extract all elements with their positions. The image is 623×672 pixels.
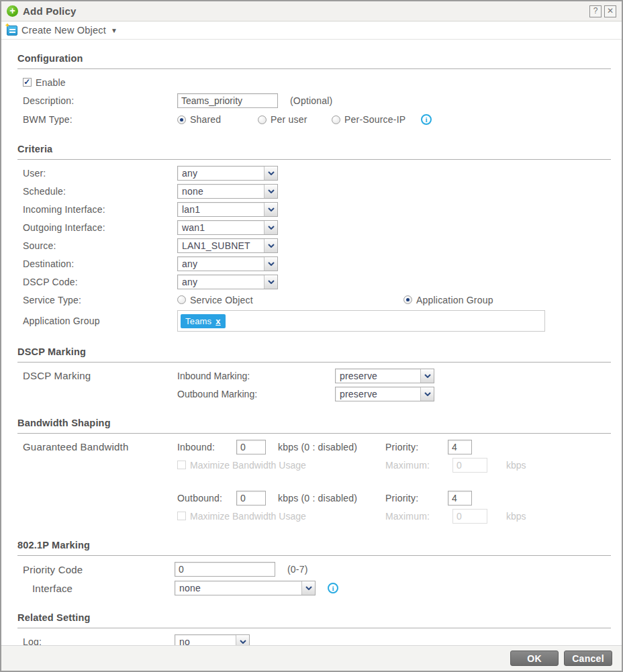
dialog-title: Add Policy bbox=[23, 5, 77, 17]
schedule-label: Schedule: bbox=[23, 186, 177, 197]
chevron-down-icon bbox=[264, 166, 277, 180]
chevron-down-icon bbox=[264, 221, 277, 234]
application-group-box[interactable]: Teams x bbox=[177, 310, 545, 332]
application-group-radio[interactable] bbox=[403, 295, 412, 304]
description-label: Description: bbox=[23, 95, 177, 106]
dialog-footer: OK Cancel bbox=[1, 645, 622, 671]
enable-label: Enable bbox=[36, 77, 66, 88]
schedule-dropdown[interactable]: none bbox=[177, 184, 278, 199]
dscp-code-label: DSCP Code: bbox=[23, 277, 177, 287]
outgoing-interface-label: Outgoing Interface: bbox=[23, 222, 177, 233]
dialog-body: Configuration ✓ Enable Description: (Opt… bbox=[1, 40, 622, 645]
incoming-interface-dropdown[interactable]: lan1 bbox=[177, 202, 278, 217]
dscp-marking-heading: DSCP Marking bbox=[17, 341, 611, 363]
chevron-down-icon bbox=[301, 581, 315, 595]
inbound-maximize-checkbox bbox=[177, 461, 186, 469]
source-dropdown[interactable]: LAN1_SUBNET bbox=[177, 238, 278, 253]
outbound-priority-input[interactable] bbox=[448, 491, 472, 506]
inbound-maximum-unit: kbps bbox=[506, 460, 526, 471]
optional-label: (Optional) bbox=[290, 95, 332, 106]
cancel-button[interactable]: Cancel bbox=[564, 651, 612, 666]
interface-row: Interface none i bbox=[23, 579, 611, 597]
create-new-object-label: Create New Object bbox=[21, 25, 106, 36]
chevron-down-icon bbox=[264, 185, 277, 198]
inbound-priority-label: Priority: bbox=[385, 442, 448, 452]
schedule-row: Schedule: none bbox=[23, 182, 611, 200]
dscp-code-dropdown[interactable]: any bbox=[177, 275, 278, 289]
new-object-icon bbox=[7, 26, 17, 36]
tag-close-icon[interactable]: x bbox=[215, 316, 220, 326]
outbound-unit-label: kbps (0 : disabled) bbox=[278, 493, 357, 503]
create-new-object-button[interactable]: Create New Object ▼ bbox=[7, 25, 117, 36]
outbound-marking-dropdown[interactable]: preserve bbox=[335, 387, 434, 401]
inbound-unit-label: kbps (0 : disabled) bbox=[278, 442, 357, 452]
priority-code-row: Priority Code (0-7) bbox=[23, 560, 611, 579]
outbound-label: Outbound: bbox=[177, 493, 236, 503]
outbound-maximize-label: Maximize Bandwidth Usage bbox=[190, 511, 306, 522]
log-dropdown[interactable]: no bbox=[175, 634, 250, 645]
inbound-maximum-label: Maximum: bbox=[385, 460, 452, 471]
bandwidth-shaping-heading: Bandwidth Shaping bbox=[17, 412, 611, 434]
priority-code-label: Priority Code bbox=[23, 564, 175, 575]
criteria-heading: Criteria bbox=[17, 138, 611, 160]
related-setting-heading: Related Setting bbox=[17, 607, 611, 628]
outbound-marking-label: Outbound Marking: bbox=[177, 389, 335, 399]
bwm-per-source-ip-radio[interactable] bbox=[332, 115, 340, 124]
add-icon: + bbox=[7, 5, 18, 17]
outbound-bandwidth-row: Outbound: kbps (0 : disabled) Priority: bbox=[23, 489, 611, 507]
description-input[interactable] bbox=[177, 93, 278, 108]
interface-info-icon[interactable]: i bbox=[328, 583, 338, 593]
outgoing-interface-dropdown[interactable]: wan1 bbox=[177, 220, 278, 235]
service-object-option[interactable]: Service Object bbox=[177, 295, 403, 305]
title-bar: + Add Policy ? ✕ bbox=[1, 1, 622, 21]
log-row: Log: no bbox=[23, 632, 611, 645]
help-button[interactable]: ? bbox=[589, 5, 602, 17]
bwm-info-icon[interactable]: i bbox=[421, 114, 432, 125]
user-dropdown[interactable]: any bbox=[177, 166, 278, 181]
incoming-interface-label: Incoming Interface: bbox=[23, 204, 177, 215]
close-button[interactable]: ✕ bbox=[604, 5, 616, 17]
description-row: Description: (Optional) bbox=[23, 91, 611, 110]
user-row: User: any bbox=[23, 164, 611, 182]
interface-dropdown[interactable]: none bbox=[175, 581, 316, 595]
application-group-row-label: Application Group bbox=[23, 310, 177, 326]
destination-row: Destination: any bbox=[23, 254, 611, 273]
chevron-down-icon: ▼ bbox=[111, 27, 117, 34]
bwm-per-source-ip-option[interactable]: Per-Source-IP bbox=[332, 114, 421, 125]
service-object-radio[interactable] bbox=[177, 295, 186, 304]
priority-code-input[interactable] bbox=[175, 562, 275, 577]
inbound-maximize-label: Maximize Bandwidth Usage bbox=[190, 460, 306, 471]
chevron-down-icon bbox=[264, 239, 277, 252]
inbound-kbps-input[interactable] bbox=[236, 440, 266, 454]
log-label: Log: bbox=[23, 636, 175, 645]
application-group-row: Application Group Teams x bbox=[23, 310, 611, 332]
outbound-maximize-checkbox bbox=[177, 512, 186, 520]
bwm-shared-radio[interactable] bbox=[177, 115, 186, 124]
inbound-label: Inbound: bbox=[177, 442, 236, 452]
application-group-option[interactable]: Application Group bbox=[403, 295, 493, 305]
add-policy-dialog: + Add Policy ? ✕ Create New Object ▼ Con… bbox=[0, 0, 623, 672]
outbound-maximize-row: Maximize Bandwidth Usage Maximum: kbps bbox=[23, 507, 611, 525]
bwm-per-user-radio[interactable] bbox=[258, 115, 267, 124]
service-type-row: Service Type: Service Object Application… bbox=[23, 291, 611, 309]
dscp-marking-row-label: DSCP Marking bbox=[23, 370, 177, 381]
outbound-kbps-input[interactable] bbox=[236, 491, 266, 506]
enable-checkbox[interactable]: ✓ bbox=[23, 78, 32, 87]
inbound-priority-input[interactable] bbox=[448, 440, 472, 454]
destination-dropdown[interactable]: any bbox=[177, 256, 278, 271]
outbound-marking-row: Outbound Marking: preserve bbox=[23, 385, 611, 403]
bwm-per-user-option[interactable]: Per user bbox=[258, 114, 332, 125]
inbound-marking-dropdown[interactable]: preserve bbox=[335, 369, 434, 383]
chevron-down-icon bbox=[264, 257, 277, 271]
outgoing-interface-row: Outgoing Interface: wan1 bbox=[23, 218, 611, 236]
outbound-priority-label: Priority: bbox=[385, 493, 448, 503]
dscp-code-row: DSCP Code: any bbox=[23, 273, 611, 291]
source-row: Source: LAN1_SUBNET bbox=[23, 236, 611, 254]
outbound-maximum-unit: kbps bbox=[506, 511, 526, 522]
ok-button[interactable]: OK bbox=[510, 651, 559, 666]
bwm-shared-option[interactable]: Shared bbox=[177, 114, 258, 125]
interface-label: Interface bbox=[23, 583, 175, 594]
8021p-marking-heading: 802.1P Marking bbox=[17, 534, 611, 556]
guaranteed-bandwidth-label: Guaranteed Bandwidth bbox=[23, 441, 177, 452]
bwm-type-label: BWM Type: bbox=[23, 114, 177, 125]
